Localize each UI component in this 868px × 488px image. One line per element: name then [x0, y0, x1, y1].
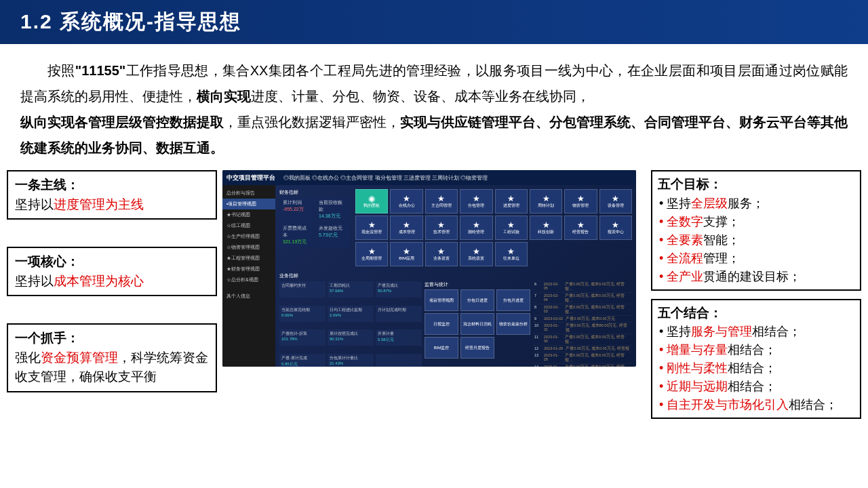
box-five-goals: 五个目标： 坚持全层级服务；全数字支撑；全要素智能；全流程管理；全产业贯通的建设… [651, 170, 861, 291]
left-column: 一条主线： 坚持以进度管理为主线 一项核心： 坚持以成本管理为核心 一个抓手： … [7, 170, 217, 419]
box-five-combos: 五个结合： 坚持服务与管理相结合；增量与存量相结合；刚性与柔性相结合；近期与远期… [651, 299, 861, 420]
center-column: 中交项目管理平台 ◎我的面板 ◎在线办公 ◎主合同管理 项分包管理 三进度管理 … [222, 170, 646, 419]
main-paragraph: 按照"11155"工作指导思想，集合XX集团各个工程局先进的管理经验，以服务项目… [0, 44, 868, 170]
box-grip: 一个抓手： 强化资金预算管理，科学统筹资金收支管理，确保收支平衡 [7, 323, 217, 392]
box-core: 一项核心： 坚持以成本管理为核心 [7, 247, 217, 296]
dashboard-sidebar: 总分析与报告 •项目管理视图★书记视图☆综工视图☆生产经理视图☆物资管理视图★工… [222, 185, 275, 367]
slide-title: 1.2 系统概况-指导思想 [0, 0, 868, 44]
right-column: 五个目标： 坚持全层级服务；全数字支撑；全要素智能；全流程管理；全产业贯通的建设… [651, 170, 861, 419]
box-mainline: 一条主线： 坚持以进度管理为主线 [7, 170, 217, 220]
dashboard-screenshot: 中交项目管理平台 ◎我的面板 ◎在线办公 ◎主合同管理 项分包管理 三进度管理 … [222, 170, 636, 367]
dashboard-topbar: 中交项目管理平台 ◎我的面板 ◎在线办公 ◎主合同管理 项分包管理 三进度管理 … [222, 170, 636, 185]
